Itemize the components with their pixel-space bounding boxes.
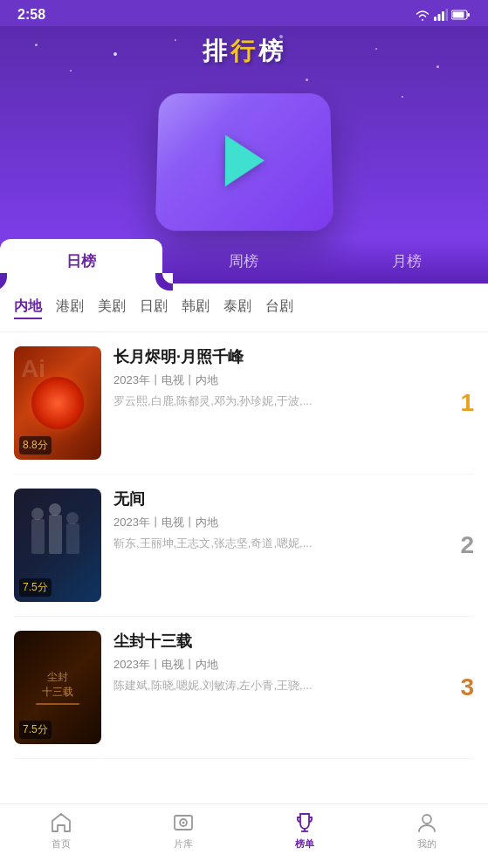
category-kr[interactable]: 韩剧 [182,296,210,319]
svg-rect-5 [453,12,464,18]
item-cast-1: 罗云熙,白鹿,陈都灵,邓为,孙珍妮,于波,... [113,393,434,409]
svg-rect-0 [434,17,436,21]
nav-label-library: 片库 [174,837,193,851]
header-title-yellow: 行 [230,38,258,65]
svg-rect-3 [446,9,449,21]
status-bar: 2:58 [0,0,488,26]
categories: 内地 港剧 美剧 日剧 韩剧 泰剧 台剧 [0,284,488,332]
item-title-1: 长月烬明·月照千峰 [113,346,434,367]
svg-point-15 [182,822,184,824]
item-cast-2: 靳东,王丽坤,王志文,张志坚,奇道,嗯妮,... [113,536,434,551]
thumbnail-3: 尘封十三载 7.5分 [14,631,101,744]
item-info-2: 无间 2023年丨电视丨内地 靳东,王丽坤,王志文,张志坚,奇道,嗯妮,... [113,489,434,551]
item-title-2: 无间 [113,489,434,509]
trophy-icon [293,811,316,834]
nav-label-ranking: 榜单 [295,837,314,851]
nav-label-profile: 我的 [417,837,436,851]
tabs-container: 日榜 周榜 月榜 [0,239,488,284]
category-tw[interactable]: 台剧 [265,296,293,319]
bottom-nav: 首页 片库 榜单 [0,803,488,868]
svg-rect-6 [468,13,471,17]
svg-rect-8 [49,515,62,554]
play-icon [224,135,264,187]
svg-point-10 [31,508,44,520]
item-rank-2: 2 [446,531,474,559]
category-hk[interactable]: 港剧 [56,296,84,319]
thumbnail-2: 7.5分 [14,489,101,602]
category-mainland[interactable]: 内地 [14,296,42,319]
score-2: 7.5分 [19,578,52,597]
nav-label-home: 首页 [52,837,71,851]
nav-item-profile[interactable]: 我的 [366,811,488,851]
wifi-icon [415,9,430,21]
thumbnail-2-art [23,502,93,589]
status-time: 2:58 [17,7,45,23]
tab-day[interactable]: 日榜 [0,239,162,284]
svg-rect-9 [66,523,79,554]
svg-rect-2 [442,11,444,21]
nav-item-home[interactable]: 首页 [0,811,122,851]
score-3: 7.5分 [19,721,52,739]
thumbnail-1: Ai 8.8分 [14,346,101,460]
item-info-3: 尘封十三载 2023年丨电视丨内地 陈建斌,陈晓,嗯妮,刘敏涛,左小青,王骁,.… [113,631,434,694]
nav-item-library[interactable]: 片库 [122,811,244,851]
svg-point-12 [66,512,79,524]
list-item[interactable]: 尘封十三载 7.5分 尘封十三载 2023年丨电视丨内地 陈建斌,陈晓,嗯妮,刘… [14,617,474,759]
nav-item-ranking[interactable]: 榜单 [244,811,367,851]
header-title: 排行榜 [203,35,286,68]
library-icon [172,811,195,834]
score-1: 8.8分 [19,436,52,455]
content-list: Ai 8.8分 长月烬明·月照千峰 2023年丨电视丨内地 罗云熙,白鹿,陈都灵… [0,332,488,759]
category-th[interactable]: 泰剧 [223,296,251,319]
svg-rect-7 [31,519,45,554]
play-box [155,93,333,231]
svg-point-18 [423,815,431,824]
profile-icon [416,811,438,834]
item-meta-3: 2023年丨电视丨内地 [113,657,434,673]
tab-week[interactable]: 周榜 [162,239,325,284]
list-item[interactable]: Ai 8.8分 长月烬明·月照千峰 2023年丨电视丨内地 罗云熙,白鹿,陈都灵… [14,332,474,475]
category-us[interactable]: 美剧 [98,296,126,319]
item-rank-3: 3 [446,673,474,701]
list-item[interactable]: 7.5分 无间 2023年丨电视丨内地 靳东,王丽坤,王志文,张志坚,奇道,嗯妮… [14,475,474,617]
header: 排行榜 [0,26,488,239]
home-icon [50,811,72,834]
play-illustration [140,82,349,239]
svg-point-11 [49,503,61,516]
item-info-1: 长月烬明·月照千峰 2023年丨电视丨内地 罗云熙,白鹿,陈都灵,邓为,孙珍妮,… [113,346,434,409]
item-rank-1: 1 [446,389,474,417]
item-meta-2: 2023年丨电视丨内地 [113,515,434,530]
tab-month[interactable]: 月榜 [326,239,488,284]
item-cast-3: 陈建斌,陈晓,嗯妮,刘敏涛,左小青,王骁,... [113,678,434,694]
item-title-3: 尘封十三载 [113,631,434,652]
battery-icon [451,10,471,20]
item-meta-1: 2023年丨电视丨内地 [113,372,434,388]
signal-icon [434,9,448,21]
category-jp[interactable]: 日剧 [140,296,168,319]
status-icons [415,9,471,21]
svg-rect-1 [438,14,441,21]
